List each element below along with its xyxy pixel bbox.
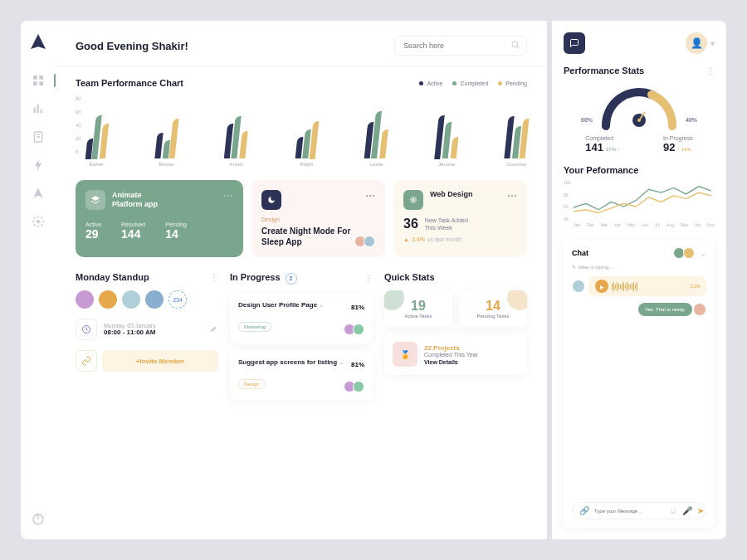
user-avatar[interactable]: 👤 (686, 32, 707, 54)
attach-icon[interactable]: 🔗 (579, 506, 589, 515)
card-animate[interactable]: AnimatePlatform app ⋯ Active29 Resolved1… (76, 180, 243, 257)
nav-analytics[interactable] (32, 102, 45, 115)
search-icon (510, 40, 520, 51)
chat-input[interactable] (594, 509, 664, 514)
chart-yaxis: 806040200 (76, 96, 81, 154)
svg-point-10 (37, 220, 40, 223)
standup-section: Monday Standup⋮ 234 Monday, 03 January08… (76, 272, 218, 407)
chat-panel: Chat ⌄ ✎Mike is typing… ▶ 1:29 Yes. That… (564, 239, 715, 528)
projects-card[interactable]: 🏅 22 ProjectsCompleted This YearView Det… (384, 334, 527, 375)
svg-rect-3 (39, 81, 43, 85)
sidebar (21, 21, 56, 539)
svg-rect-0 (33, 75, 37, 80)
pending-tasks-card[interactable]: 14Pending Tasks (459, 290, 527, 327)
avatar (693, 303, 706, 316)
task-card[interactable]: Design User Profile Page ⌄81%Marketing (230, 293, 373, 343)
layers-icon (85, 190, 105, 210)
nav-settings[interactable] (32, 215, 45, 228)
svg-line-14 (517, 46, 520, 49)
active-tasks-card[interactable]: 19Active Tasks (384, 290, 452, 327)
edit-icon[interactable] (210, 324, 218, 334)
progress-section: In Progress2⋮ Design User Profile Page ⌄… (230, 272, 373, 407)
svg-rect-2 (33, 81, 37, 85)
svg-rect-4 (34, 108, 36, 114)
card-webdesign[interactable]: Web Design ⋯ 36 New Task AddedThis Week … (393, 180, 527, 257)
emoji-icon[interactable]: ☺ (669, 506, 677, 515)
quickstats-section: Quick Stats 19Active Tasks 14Pending Tas… (384, 272, 527, 407)
chevron-down-icon[interactable]: ⌄ (700, 249, 706, 258)
play-button[interactable]: ▶ (595, 280, 608, 293)
waveform (612, 281, 686, 291)
moon-icon (261, 190, 281, 210)
more-icon[interactable]: ⋮ (706, 66, 715, 75)
more-icon[interactable]: ⋮ (364, 274, 373, 283)
avatar[interactable] (99, 290, 117, 309)
team-performance-chart: Team Performance Chart Active Completed … (76, 78, 527, 167)
gauge-chart (593, 80, 685, 130)
nav-docs[interactable] (32, 130, 45, 144)
svg-point-16 (413, 199, 415, 202)
mic-icon[interactable]: 🎤 (682, 506, 692, 515)
chat-input-box: 🔗 ☺ 🎤 ➤ (572, 502, 706, 519)
search-input[interactable] (394, 36, 527, 56)
app-logo (31, 34, 46, 49)
card-menu[interactable]: ⋯ (223, 190, 233, 202)
avatar-more[interactable]: 234 (168, 290, 187, 309)
svg-rect-1 (39, 75, 43, 80)
search-box (394, 36, 527, 56)
link-icon[interactable] (76, 350, 97, 372)
nav-activity[interactable] (32, 158, 45, 172)
chart-legend: Active Completed Pending (419, 80, 527, 86)
chart-bars: EstherBessieKristinRalphLeslieJeromeCour… (86, 96, 527, 167)
assignees (354, 236, 375, 247)
avatar[interactable] (76, 290, 94, 309)
avatar (572, 280, 585, 293)
messages-button[interactable] (564, 32, 585, 54)
clock-icon (76, 319, 97, 340)
main-panel: Good Evening Shakir! Team Performance Ch… (56, 21, 547, 539)
nav-power[interactable] (32, 513, 45, 526)
card-menu[interactable]: ⋯ (507, 190, 517, 202)
line-chart (574, 180, 715, 219)
card-design[interactable]: ⋯ Design Create Night Mode For Sleep App (251, 180, 385, 257)
card-menu[interactable]: ⋯ (365, 190, 375, 202)
voice-message[interactable]: ▶ 1:29 (588, 276, 706, 296)
chart-title: Team Performance Chart (76, 78, 183, 88)
send-button[interactable]: ➤ (697, 506, 704, 515)
nav-notify[interactable] (32, 187, 45, 200)
task-card[interactable]: Suggest app screens for listing ⌄81%Desi… (230, 350, 373, 401)
nav-dashboard[interactable] (32, 74, 45, 87)
text-message: Yes. That is ready. (638, 303, 692, 316)
invite-button[interactable]: + Invite Member (102, 350, 218, 372)
more-icon[interactable]: ⋮ (210, 273, 218, 282)
chevron-down-icon[interactable]: ▾ (710, 39, 715, 48)
svg-rect-6 (41, 110, 42, 114)
trophy-icon: 🏅 (393, 342, 417, 367)
right-panel: 👤 ▾ Performance Stats⋮ 60%40% Completed1… (552, 21, 726, 539)
avatar[interactable] (122, 290, 140, 309)
svg-rect-5 (37, 105, 39, 114)
avatar[interactable] (145, 290, 164, 309)
disc-icon (403, 190, 423, 210)
greeting: Good Evening Shakir! (76, 40, 188, 52)
svg-point-13 (512, 41, 518, 47)
